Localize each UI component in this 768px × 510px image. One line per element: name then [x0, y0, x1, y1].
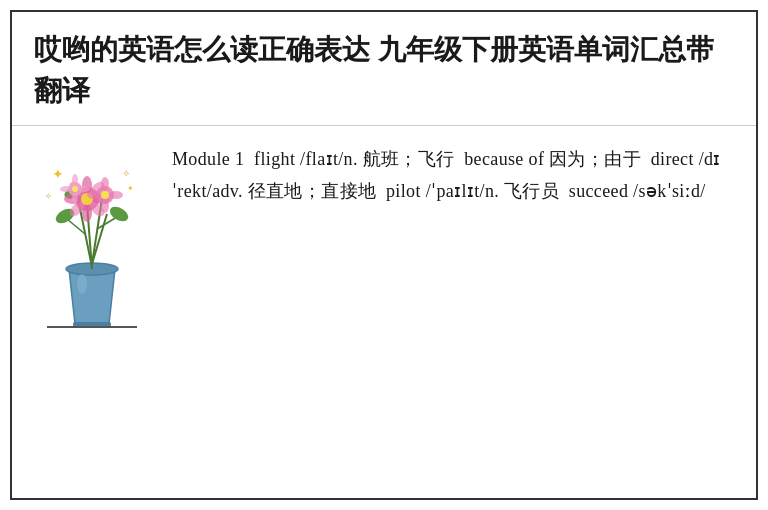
title-section: 哎哟的英语怎么读正确表达 九年级下册英语单词汇总带翻译	[12, 12, 756, 126]
vocabulary-text: Module 1 flight /flaɪt/n. 航班；飞行 because …	[172, 144, 746, 207]
svg-point-32	[60, 186, 72, 192]
svg-text:✦: ✦	[52, 167, 64, 182]
svg-point-24	[101, 177, 109, 191]
svg-point-26	[87, 191, 101, 199]
svg-point-31	[72, 192, 78, 204]
module-label: Module 1 flight /flaɪt/n. 航班；飞行 because …	[172, 149, 721, 201]
svg-point-27	[109, 191, 123, 199]
svg-point-28	[101, 191, 109, 199]
flower-illustration: ✦ ✧ ✦ ✧	[22, 144, 162, 334]
svg-text:✧: ✧	[45, 192, 52, 201]
svg-text:✦: ✦	[127, 184, 134, 193]
svg-marker-0	[69, 269, 115, 324]
svg-point-30	[72, 174, 78, 186]
svg-point-33	[78, 186, 90, 192]
svg-line-9	[97, 217, 117, 229]
content-section: ✦ ✧ ✦ ✧ Module 1 flight /flaɪt/n. 航班；飞行 …	[12, 126, 756, 344]
svg-text:✧: ✧	[122, 168, 130, 179]
main-container: 哎哟的英语怎么读正确表达 九年级下册英语单词汇总带翻译	[10, 10, 758, 500]
page-title: 哎哟的英语怎么读正确表达 九年级下册英语单词汇总带翻译	[34, 30, 734, 111]
svg-point-34	[72, 186, 78, 192]
svg-point-25	[101, 199, 109, 213]
svg-point-2	[77, 274, 87, 294]
